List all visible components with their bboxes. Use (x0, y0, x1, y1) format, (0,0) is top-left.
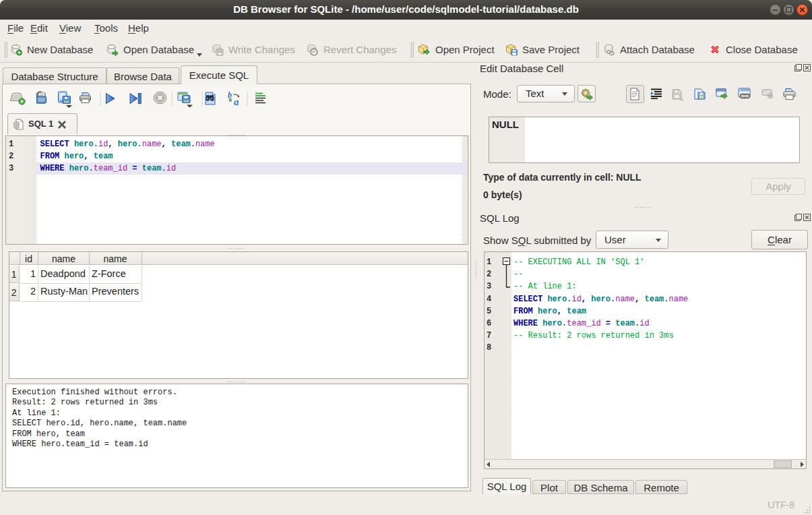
svg-text:a: a (234, 96, 239, 107)
